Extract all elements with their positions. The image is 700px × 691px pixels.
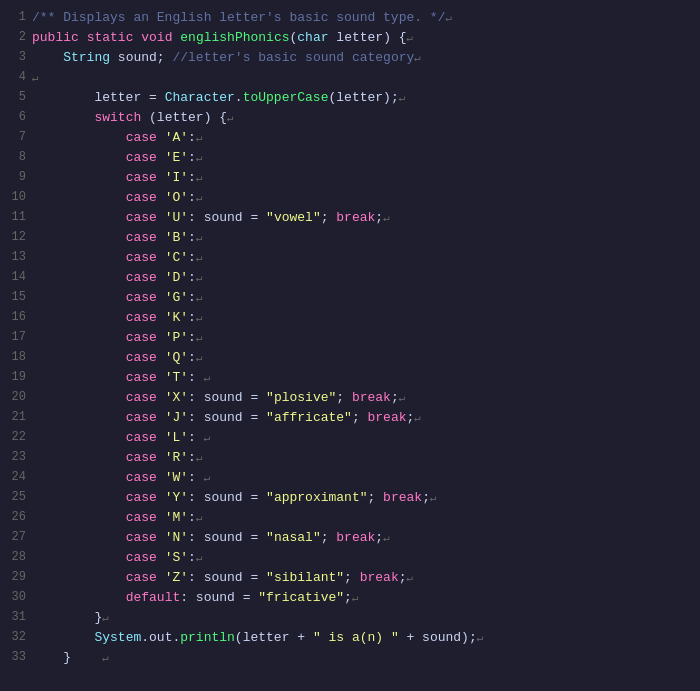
line-content-33: } ↵	[32, 648, 696, 668]
code-line-3: 3 String sound; //letter's basic sound c…	[0, 48, 700, 68]
line-content-15: case 'G':↵	[32, 288, 696, 308]
line-content-32: System.out.println(letter + " is a(n) " …	[32, 628, 696, 648]
line-content-24: case 'W': ↵	[32, 468, 696, 488]
line-num-13: 13	[0, 248, 32, 267]
code-line-15: 15 case 'G':↵	[0, 288, 700, 308]
code-line-31: 31 }↵	[0, 608, 700, 628]
line-num-14: 14	[0, 268, 32, 287]
line-content-27: case 'N': sound = "nasal"; break;↵	[32, 528, 696, 548]
line-content-13: case 'C':↵	[32, 248, 696, 268]
code-line-29: 29 case 'Z': sound = "sibilant"; break;↵	[0, 568, 700, 588]
code-line-7: 7 case 'A':↵	[0, 128, 700, 148]
line-num-16: 16	[0, 308, 32, 327]
code-line-14: 14 case 'D':↵	[0, 268, 700, 288]
line-content-10: case 'O':↵	[32, 188, 696, 208]
code-line-20: 20 case 'X': sound = "plosive"; break;↵	[0, 388, 700, 408]
line-num-33: 33	[0, 648, 32, 667]
line-num-12: 12	[0, 228, 32, 247]
code-line-28: 28 case 'S':↵	[0, 548, 700, 568]
code-line-17: 17 case 'P':↵	[0, 328, 700, 348]
line-num-26: 26	[0, 508, 32, 527]
line-num-1: 1	[0, 8, 32, 27]
code-line-21: 21 case 'J': sound = "affricate"; break;…	[0, 408, 700, 428]
code-line-11: 11 case 'U': sound = "vowel"; break;↵	[0, 208, 700, 228]
code-line-24: 24 case 'W': ↵	[0, 468, 700, 488]
line-content-2: public static void englishPhonics(char l…	[32, 28, 696, 48]
line-num-19: 19	[0, 368, 32, 387]
code-line-16: 16 case 'K':↵	[0, 308, 700, 328]
line-num-11: 11	[0, 208, 32, 227]
code-line-23: 23 case 'R':↵	[0, 448, 700, 468]
line-content-22: case 'L': ↵	[32, 428, 696, 448]
line-num-7: 7	[0, 128, 32, 147]
code-line-13: 13 case 'C':↵	[0, 248, 700, 268]
line-num-30: 30	[0, 588, 32, 607]
line-num-17: 17	[0, 328, 32, 347]
line-num-9: 9	[0, 168, 32, 187]
code-line-2: 2 public static void englishPhonics(char…	[0, 28, 700, 48]
code-line-18: 18 case 'Q':↵	[0, 348, 700, 368]
line-content-23: case 'R':↵	[32, 448, 696, 468]
code-editor: 1 /** Displays an English letter's basic…	[0, 0, 700, 691]
code-line-27: 27 case 'N': sound = "nasal"; break;↵	[0, 528, 700, 548]
code-line-32: 32 System.out.println(letter + " is a(n)…	[0, 628, 700, 648]
line-num-25: 25	[0, 488, 32, 507]
line-content-18: case 'Q':↵	[32, 348, 696, 368]
code-line-8: 8 case 'E':↵	[0, 148, 700, 168]
line-content-7: case 'A':↵	[32, 128, 696, 148]
line-num-10: 10	[0, 188, 32, 207]
line-num-27: 27	[0, 528, 32, 547]
line-num-5: 5	[0, 88, 32, 107]
line-num-22: 22	[0, 428, 32, 447]
code-line-22: 22 case 'L': ↵	[0, 428, 700, 448]
line-content-28: case 'S':↵	[32, 548, 696, 568]
code-line-4: 4 ↵	[0, 68, 700, 88]
line-num-31: 31	[0, 608, 32, 627]
line-num-2: 2	[0, 28, 32, 47]
line-content-4: ↵	[32, 68, 696, 88]
line-num-23: 23	[0, 448, 32, 467]
code-line-25: 25 case 'Y': sound = "approximant"; brea…	[0, 488, 700, 508]
line-num-32: 32	[0, 628, 32, 647]
code-line-1: 1 /** Displays an English letter's basic…	[0, 8, 700, 28]
code-line-12: 12 case 'B':↵	[0, 228, 700, 248]
line-content-11: case 'U': sound = "vowel"; break;↵	[32, 208, 696, 228]
line-content-1: /** Displays an English letter's basic s…	[32, 8, 696, 28]
line-content-3: String sound; //letter's basic sound cat…	[32, 48, 696, 68]
line-content-5: letter = Character.toUpperCase(letter);↵	[32, 88, 696, 108]
line-content-14: case 'D':↵	[32, 268, 696, 288]
code-line-9: 9 case 'I':↵	[0, 168, 700, 188]
line-num-8: 8	[0, 148, 32, 167]
line-content-30: default: sound = "fricative";↵	[32, 588, 696, 608]
line-num-3: 3	[0, 48, 32, 67]
line-num-15: 15	[0, 288, 32, 307]
line-num-4: 4	[0, 68, 32, 87]
line-content-19: case 'T': ↵	[32, 368, 696, 388]
code-line-19: 19 case 'T': ↵	[0, 368, 700, 388]
line-content-9: case 'I':↵	[32, 168, 696, 188]
line-content-25: case 'Y': sound = "approximant"; break;↵	[32, 488, 696, 508]
line-num-28: 28	[0, 548, 32, 567]
line-content-31: }↵	[32, 608, 696, 628]
code-line-33: 33 } ↵	[0, 648, 700, 668]
line-content-8: case 'E':↵	[32, 148, 696, 168]
line-num-24: 24	[0, 468, 32, 487]
code-line-26: 26 case 'M':↵	[0, 508, 700, 528]
line-content-21: case 'J': sound = "affricate"; break;↵	[32, 408, 696, 428]
line-content-12: case 'B':↵	[32, 228, 696, 248]
code-line-10: 10 case 'O':↵	[0, 188, 700, 208]
line-num-18: 18	[0, 348, 32, 367]
line-content-17: case 'P':↵	[32, 328, 696, 348]
line-num-29: 29	[0, 568, 32, 587]
line-content-20: case 'X': sound = "plosive"; break;↵	[32, 388, 696, 408]
line-content-6: switch (letter) {↵	[32, 108, 696, 128]
line-content-29: case 'Z': sound = "sibilant"; break;↵	[32, 568, 696, 588]
code-line-5: 5 letter = Character.toUpperCase(letter)…	[0, 88, 700, 108]
line-content-26: case 'M':↵	[32, 508, 696, 528]
code-line-6: 6 switch (letter) {↵	[0, 108, 700, 128]
code-line-30: 30 default: sound = "fricative";↵	[0, 588, 700, 608]
line-num-6: 6	[0, 108, 32, 127]
line-content-16: case 'K':↵	[32, 308, 696, 328]
line-num-21: 21	[0, 408, 32, 427]
line-num-20: 20	[0, 388, 32, 407]
